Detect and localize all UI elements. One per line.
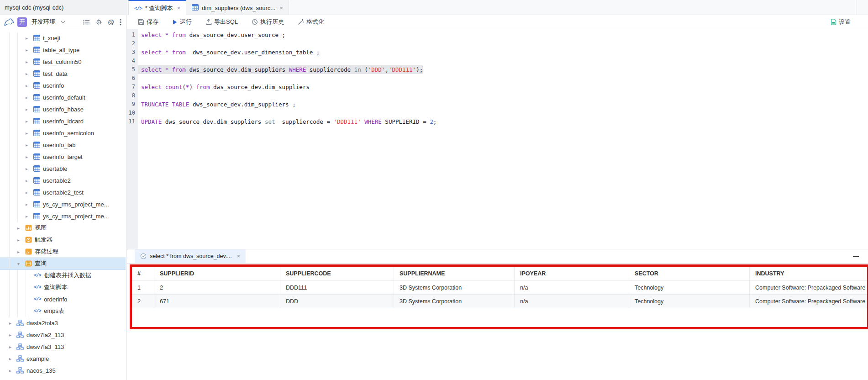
tree-item[interactable]: ▸userinfo_target <box>0 151 126 163</box>
collapse-arrow-icon[interactable]: ▾ <box>17 261 25 266</box>
tree-item[interactable]: ▸触发器 <box>0 234 126 246</box>
expand-arrow-icon[interactable]: ▸ <box>9 356 16 361</box>
tree-item[interactable]: ▸userinfo_default <box>0 91 126 103</box>
expand-arrow-icon[interactable]: ▸ <box>26 119 33 124</box>
code-line[interactable]: 2 <box>127 39 868 48</box>
settings-button[interactable]: 设置 <box>831 18 851 26</box>
expand-arrow-icon[interactable]: ▸ <box>9 368 16 373</box>
code-line[interactable]: 9TRUNCATE TABLE dws_source_dev.dim_suppl… <box>127 100 868 109</box>
code-line[interactable]: 3select * from dws_source_dev.user_dimen… <box>127 48 868 57</box>
tree-item[interactable]: ▾查询 <box>0 258 126 269</box>
table-cell: 671 <box>154 295 280 308</box>
tree-item[interactable]: ▸dwsv7la2_113 <box>0 329 126 341</box>
tree-item[interactable]: ▸nacos_135 <box>0 364 126 376</box>
expand-arrow-icon[interactable]: ▸ <box>26 36 33 41</box>
tree-item[interactable]: ▸dwsv7la3_113 <box>0 341 126 353</box>
expand-arrow-icon[interactable]: ▸ <box>17 238 25 243</box>
proc-icon: fx <box>25 248 32 255</box>
tree-item[interactable]: ▸视图 <box>0 222 126 234</box>
expand-arrow-icon[interactable]: ▸ <box>9 321 16 326</box>
tree-item[interactable]: ▸example <box>0 353 126 364</box>
tree-item[interactable]: ▸userinfo <box>0 79 126 91</box>
expand-arrow-icon[interactable]: ▸ <box>17 226 25 231</box>
close-icon[interactable]: × <box>237 253 240 259</box>
tree-item[interactable]: ▸ys_cy_rms_project_me... <box>0 198 126 210</box>
env-select-label[interactable]: 开发环境 <box>32 18 55 26</box>
table-row[interactable]: 12DDD1113D Systems Corporationn/aTechnol… <box>132 281 867 295</box>
tree-item[interactable]: </>emps表 <box>0 305 126 317</box>
tree-item[interactable]: ▸t_xueji <box>0 32 126 44</box>
expand-arrow-icon[interactable]: ▸ <box>26 95 33 100</box>
expand-arrow-icon[interactable]: ▸ <box>26 178 33 183</box>
list-icon[interactable] <box>83 19 90 25</box>
tree-item[interactable]: </>创建表并插入数据 <box>0 269 126 281</box>
expand-arrow-icon[interactable]: ▸ <box>26 59 33 64</box>
tree-item[interactable]: </>查询脚本 <box>0 281 126 293</box>
mention-icon[interactable]: @ <box>108 18 114 26</box>
tree-item[interactable]: ▸userinfo_semicolon <box>0 127 126 139</box>
minimize-results-button[interactable] <box>853 256 859 257</box>
expand-arrow-icon[interactable]: ▸ <box>26 142 33 148</box>
editor-tab[interactable]: dim_suppliers (dws_sourc...× <box>186 0 289 15</box>
expand-arrow-icon[interactable]: ▸ <box>26 71 33 76</box>
code-line[interactable]: 6 <box>127 74 868 83</box>
expand-arrow-icon[interactable]: ▸ <box>26 131 33 136</box>
table-cell: DDD111 <box>280 281 394 294</box>
more-icon[interactable] <box>120 19 121 26</box>
save-button[interactable]: 保存 <box>138 18 158 26</box>
locate-icon[interactable] <box>95 19 102 26</box>
export-sql-button[interactable]: 导出SQL <box>205 18 238 26</box>
history-button[interactable]: 执行历史 <box>252 18 284 26</box>
indent-guide <box>9 305 17 317</box>
code-text <box>138 57 141 65</box>
expand-arrow-icon[interactable]: ▸ <box>26 107 33 112</box>
result-set-tab[interactable]: select * from dws_source_dev.... × <box>135 249 246 263</box>
expand-arrow-icon[interactable]: ▸ <box>17 249 25 254</box>
code-line[interactable]: 11UPDATE dws_source_dev.dim_suppliers se… <box>127 117 868 126</box>
expand-arrow-icon[interactable]: ▸ <box>26 214 33 219</box>
format-label: 格式化 <box>306 18 324 26</box>
expand-arrow-icon[interactable]: ▸ <box>26 48 33 53</box>
code-line[interactable]: 8 <box>127 91 868 100</box>
expand-arrow-icon[interactable]: ▸ <box>9 344 16 349</box>
tree-item[interactable]: ▸usertable2 <box>0 174 126 186</box>
expand-arrow-icon[interactable]: ▸ <box>26 154 33 159</box>
tree-item[interactable]: ▸test_data <box>0 68 126 79</box>
chevron-down-icon[interactable] <box>61 21 65 24</box>
indent-guide <box>9 32 17 44</box>
indent-guide <box>9 139 17 151</box>
tree-item[interactable]: </>orderinfo <box>0 293 126 305</box>
code-line[interactable]: 10 <box>127 109 868 117</box>
tree-item[interactable]: ▸usertable <box>0 163 126 174</box>
code-line[interactable]: 7select count(*) from dws_source_dev.dim… <box>127 83 868 91</box>
tabbar-divider <box>857 0 857 15</box>
close-icon[interactable]: × <box>177 5 180 11</box>
result-table: #SUPPLIERIDSUPPLIERCODESUPPLIERNAMEIPOYE… <box>132 267 867 308</box>
sql-editor[interactable]: 1select * from dws_source_dev.user_sourc… <box>127 29 868 249</box>
tree-item[interactable]: ▸usertable2_test <box>0 186 126 198</box>
indent-guide <box>9 103 17 115</box>
expand-arrow-icon[interactable]: ▸ <box>26 190 33 195</box>
code-line[interactable]: 5select * from dws_source_dev.dim_suppli… <box>127 65 868 74</box>
tree-item[interactable]: ▸dwsla2tola3 <box>0 317 126 329</box>
tree-item[interactable]: ▸userinfo_idcard <box>0 115 126 127</box>
format-button[interactable]: 格式化 <box>298 18 324 26</box>
tree-item[interactable]: ▸fx存储过程 <box>0 246 126 258</box>
expand-arrow-icon[interactable]: ▸ <box>26 83 33 88</box>
tree-item-label: dwsla2tola3 <box>26 320 58 327</box>
editor-tab[interactable]: </>* 查询脚本× <box>128 0 186 15</box>
expand-arrow-icon[interactable]: ▸ <box>9 332 16 338</box>
code-line[interactable]: 1select * from dws_source_dev.user_sourc… <box>127 31 868 39</box>
code-line[interactable]: 4 <box>127 57 868 65</box>
tree-item[interactable]: ▸userinfo_hbase <box>0 103 126 115</box>
tree-item[interactable]: ▸userinfo_tab <box>0 139 126 151</box>
table-row[interactable]: 2671DDD3D Systems Corporationn/aTechnolo… <box>132 295 867 308</box>
code-text: TRUNCATE TABLE dws_source_dev.dim_suppli… <box>138 100 296 109</box>
close-icon[interactable]: × <box>279 5 283 11</box>
expand-arrow-icon[interactable]: ▸ <box>26 202 33 207</box>
tree-item[interactable]: ▸table_all_type <box>0 44 126 56</box>
tree-item[interactable]: ▸test_column50 <box>0 56 126 68</box>
tree-item[interactable]: ▸ys_cy_rms_project_me... <box>0 210 126 222</box>
run-button[interactable]: 运行 <box>172 18 192 26</box>
expand-arrow-icon[interactable]: ▸ <box>26 166 33 171</box>
